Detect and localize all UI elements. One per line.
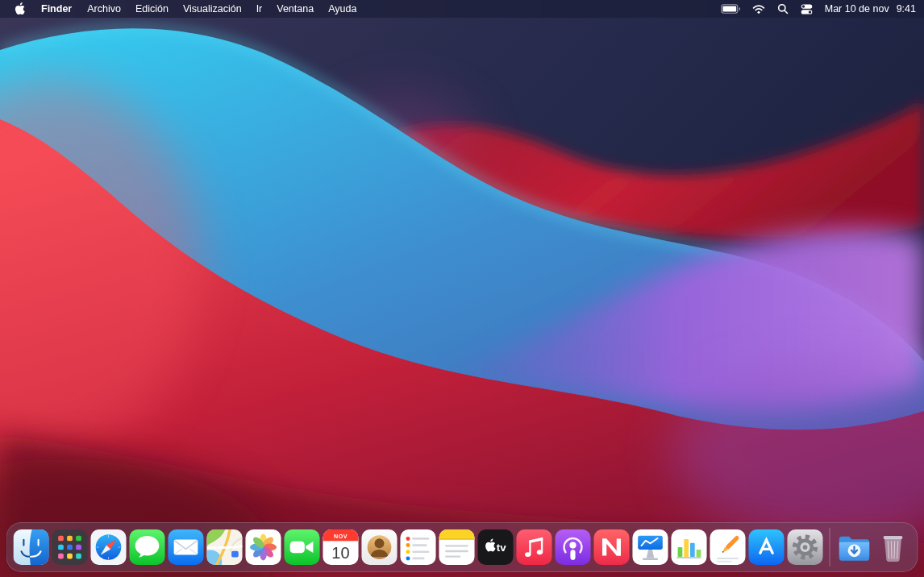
calendar-month-label: NOV	[334, 533, 348, 540]
dock-item-contacts[interactable]	[361, 529, 398, 566]
safari-icon	[90, 529, 127, 566]
notes-icon	[439, 529, 476, 566]
wallpaper-graphic	[0, 0, 924, 577]
dock-item-numbers[interactable]	[671, 529, 708, 566]
dock-item-launchpad[interactable]	[52, 529, 89, 566]
menu-ir[interactable]: Ir	[249, 0, 270, 18]
battery-icon[interactable]	[721, 4, 740, 14]
mail-icon	[168, 529, 205, 566]
messages-icon	[129, 529, 166, 566]
reminders-icon	[400, 529, 437, 566]
dock-item-apple-tv[interactable]: tv	[477, 529, 514, 566]
podcasts-icon	[555, 529, 592, 566]
apple-menu[interactable]	[8, 2, 33, 15]
desktop[interactable]	[0, 0, 924, 577]
menu-ventana[interactable]: Ventana	[269, 0, 321, 18]
facetime-icon	[284, 529, 321, 566]
menu-app-name[interactable]: Finder	[33, 0, 80, 18]
apple-tv-icon: tv	[477, 529, 514, 566]
system-preferences-icon	[787, 529, 824, 566]
trash-icon	[875, 529, 912, 566]
dock-item-maps[interactable]	[206, 529, 243, 566]
music-icon	[516, 529, 553, 566]
dock-item-calendar[interactable]: NOV 10	[323, 529, 360, 566]
dock-item-trash[interactable]	[875, 529, 912, 566]
dock-item-keynote[interactable]	[632, 529, 669, 566]
menu-visualizacion[interactable]: Visualización	[176, 0, 249, 18]
numbers-icon	[671, 529, 708, 566]
calendar-icon: NOV 10	[323, 529, 360, 566]
photos-icon	[245, 529, 282, 566]
control-center-icon[interactable]	[801, 3, 813, 15]
app-store-icon	[748, 529, 785, 566]
dock-item-system-preferences[interactable]	[787, 529, 824, 566]
apple-logo-icon	[15, 2, 25, 15]
dock-item-pages[interactable]	[710, 529, 747, 566]
dock-item-facetime[interactable]	[284, 529, 321, 566]
dock-item-finder[interactable]	[13, 529, 50, 566]
wifi-icon[interactable]	[752, 4, 765, 14]
menu-archivo[interactable]: Archivo	[80, 0, 128, 18]
menu-edicion[interactable]: Edición	[128, 0, 176, 18]
dock-item-notes[interactable]	[439, 529, 476, 566]
launchpad-icon	[52, 529, 89, 566]
time-label: 9:41	[897, 3, 916, 15]
dock: NOV 10	[6, 522, 918, 572]
dock-item-app-store[interactable]	[748, 529, 785, 566]
news-icon	[593, 529, 631, 566]
date-label: Mar 10 de nov	[825, 3, 889, 15]
tv-label: tv	[497, 542, 506, 554]
dock-item-safari[interactable]	[90, 529, 127, 566]
dock-item-photos[interactable]	[245, 529, 282, 566]
dock-item-podcasts[interactable]	[555, 529, 592, 566]
calendar-day-label: 10	[331, 544, 349, 562]
spotlight-search-icon[interactable]	[777, 3, 789, 15]
contacts-icon	[361, 529, 398, 566]
dock-item-messages[interactable]	[129, 529, 166, 566]
menubar: Finder Archivo Edición Visualización Ir …	[0, 0, 924, 18]
pages-icon	[710, 529, 747, 566]
menu-ayuda[interactable]: Ayuda	[321, 0, 364, 18]
dock-item-downloads[interactable]	[836, 529, 873, 566]
dock-item-news[interactable]	[593, 529, 631, 566]
dock-item-reminders[interactable]	[400, 529, 437, 566]
keynote-icon	[632, 529, 669, 566]
dock-item-mail[interactable]	[168, 529, 205, 566]
dock-item-music[interactable]	[516, 529, 553, 566]
maps-icon	[206, 529, 243, 566]
menubar-clock[interactable]: Mar 10 de nov 9:41	[825, 3, 916, 15]
dock-separator	[830, 528, 830, 567]
downloads-folder-icon	[836, 529, 873, 566]
finder-icon	[13, 529, 50, 566]
